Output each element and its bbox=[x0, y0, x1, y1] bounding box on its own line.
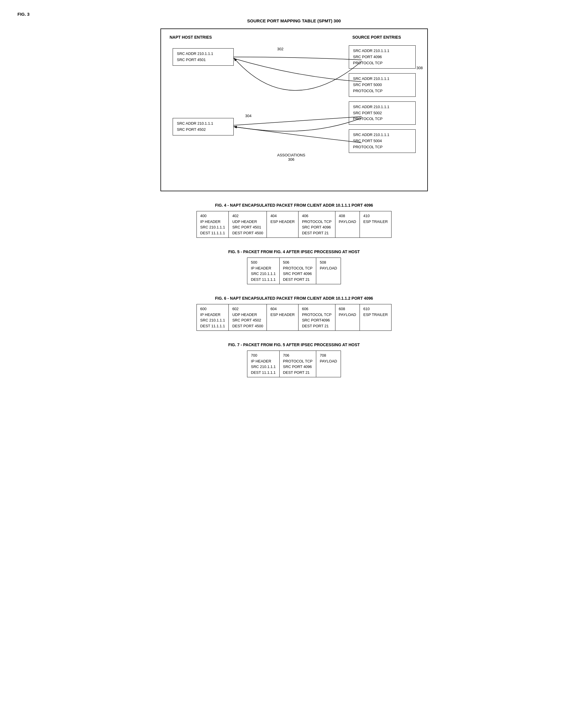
fig7-section: FIG. 7 - PACKET FROM FIG. 5 AFTER IPSEC … bbox=[17, 342, 571, 377]
fig6-cell-602: 602 UDP HEADERSRC PORT 4502DEST PORT 450… bbox=[229, 304, 267, 331]
fig3-label: FIG. 3 bbox=[17, 12, 571, 17]
fig4-row: 400 IP HEADERSRC 210.1.1.1DEST 11.1.1.1 … bbox=[196, 211, 391, 238]
napt-entry-2: SRC ADDR 210.1.1.1 SRC PORT 4502 bbox=[173, 118, 234, 135]
src-header-label: SOURCE PORT ENTRIES bbox=[352, 35, 401, 40]
fig4-cell-408: 408 PAYLOAD bbox=[335, 211, 360, 238]
fig5-section: FIG. 5 - PACKET FROM FIG. 4 AFTER IPSEC … bbox=[17, 249, 571, 284]
fig4-cell-406: 406 PROTOCOL TCPSRC PORT 4096DEST PORT 2… bbox=[298, 211, 335, 238]
ref-assoc: ASSOCIATIONS 306 bbox=[277, 153, 306, 162]
fig6-cell-604: 604 ESP HEADER bbox=[267, 304, 298, 331]
src-entries: SRC ADDR 210.1.1.1 SRC PORT 4096 PROTOCO… bbox=[349, 45, 416, 153]
fig4-cell-402: 402 UDP HEADERSRC PORT 4501DEST PORT 450… bbox=[229, 211, 267, 238]
fig3-diagram-body: SRC ADDR 210.1.1.1 SRC PORT 4501 SRC ADD… bbox=[170, 42, 419, 182]
src-entry-4: SRC ADDR 210.1.1.1 SRC PORT 5004 PROTOCO… bbox=[349, 129, 416, 153]
fig5-subtitle: FIG. 5 - PACKET FROM FIG. 4 AFTER IPSEC … bbox=[17, 249, 571, 254]
fig4-subtitle: FIG. 4 - NAPT ENCAPSULATED PACKET FROM C… bbox=[17, 203, 571, 208]
fig7-row: 700 IP HEADERSRC 210.1.1.1DEST 11.1.1.1 … bbox=[247, 351, 341, 377]
fig4-cell-404: 404 ESP HEADER bbox=[267, 211, 298, 238]
ref-308: 308 bbox=[417, 66, 423, 70]
src-entry-2: SRC ADDR 210.1.1.1 SRC PORT 5000 PROTOCO… bbox=[349, 73, 416, 97]
napt-entry-2-line2: SRC PORT 4502 bbox=[177, 127, 206, 132]
napt-entry-1-line2: SRC PORT 4501 bbox=[177, 58, 206, 62]
ref-302: 302 bbox=[277, 47, 284, 51]
napt-header-label: NAPT HOST ENTRIES bbox=[170, 35, 212, 40]
fig7-cell-700: 700 IP HEADERSRC 210.1.1.1DEST 11.1.1.1 bbox=[247, 351, 279, 377]
fig3-section: FIG. 3 SOURCE PORT MAPPING TABLE (SPMT) … bbox=[17, 12, 571, 191]
fig6-row: 600 IP HEADERSRC 210.1.1.1DEST 11.1.1.1 … bbox=[196, 304, 391, 331]
fig6-cell-610: 610 ESP TRAILER bbox=[360, 304, 392, 331]
fig3-diagram-box: NAPT HOST ENTRIES SOURCE PORT ENTRIES SR… bbox=[161, 28, 428, 191]
fig4-cell-410: 410 ESP TRAILER bbox=[360, 211, 392, 238]
fig4-section: FIG. 4 - NAPT ENCAPSULATED PACKET FROM C… bbox=[17, 203, 571, 238]
fig7-table: 700 IP HEADERSRC 210.1.1.1DEST 11.1.1.1 … bbox=[247, 351, 341, 377]
fig6-cell-606: 606 PROTOCOL TCPSRC PORT4096DEST PORT 21 bbox=[298, 304, 335, 331]
ref-304: 304 bbox=[245, 114, 252, 118]
fig5-cell-500: 500 IP HEADERSRC 210.1.1.1DEST 11.1.1.1 bbox=[247, 258, 279, 284]
fig5-cell-508: 508 PAYLOAD bbox=[316, 258, 341, 284]
fig6-table: 600 IP HEADERSRC 210.1.1.1DEST 11.1.1.1 … bbox=[196, 304, 392, 331]
fig7-cell-708: 708 PAYLOAD bbox=[316, 351, 341, 377]
assoc-label: ASSOCIATIONS bbox=[277, 153, 306, 157]
fig5-row: 500 IP HEADERSRC 210.1.1.1DEST 11.1.1.1 … bbox=[247, 258, 341, 284]
ref-306: 306 bbox=[288, 157, 294, 162]
fig7-subtitle: FIG. 7 - PACKET FROM FIG. 5 AFTER IPSEC … bbox=[17, 342, 571, 347]
fig3-header-row: NAPT HOST ENTRIES SOURCE PORT ENTRIES bbox=[170, 35, 419, 40]
fig7-cell-706: 706 PROTOCOL TCPSRC PORT 4096DEST PORT 2… bbox=[279, 351, 316, 377]
fig6-cell-600: 600 IP HEADERSRC 210.1.1.1DEST 11.1.1.1 bbox=[196, 304, 228, 331]
fig6-subtitle: FIG. 6 - NAPT ENCAPSULATED PACKET FROM C… bbox=[17, 296, 571, 300]
fig5-cell-506: 506 PROTOCOL TCPSRC PORT 4096DEST PORT 2… bbox=[279, 258, 316, 284]
fig6-section: FIG. 6 - NAPT ENCAPSULATED PACKET FROM C… bbox=[17, 296, 571, 331]
fig6-cell-608: 608 PAYLOAD bbox=[335, 304, 360, 331]
fig4-cell-400: 400 IP HEADERSRC 210.1.1.1DEST 11.1.1.1 bbox=[196, 211, 228, 238]
src-entry-3: SRC ADDR 210.1.1.1 SRC PORT 5002 PROTOCO… bbox=[349, 102, 416, 125]
napt-entry-2-line1: SRC ADDR 210.1.1.1 bbox=[177, 121, 213, 126]
src-entry-1: SRC ADDR 210.1.1.1 SRC PORT 4096 PROTOCO… bbox=[349, 45, 416, 69]
fig3-title: SOURCE PORT MAPPING TABLE (SPMT) 300 bbox=[17, 18, 571, 23]
fig5-table: 500 IP HEADERSRC 210.1.1.1DEST 11.1.1.1 … bbox=[247, 257, 341, 284]
napt-entry-1-line1: SRC ADDR 210.1.1.1 bbox=[177, 51, 213, 56]
napt-entry-1: SRC ADDR 210.1.1.1 SRC PORT 4501 bbox=[173, 48, 234, 66]
fig4-table: 400 IP HEADERSRC 210.1.1.1DEST 11.1.1.1 … bbox=[196, 211, 392, 238]
